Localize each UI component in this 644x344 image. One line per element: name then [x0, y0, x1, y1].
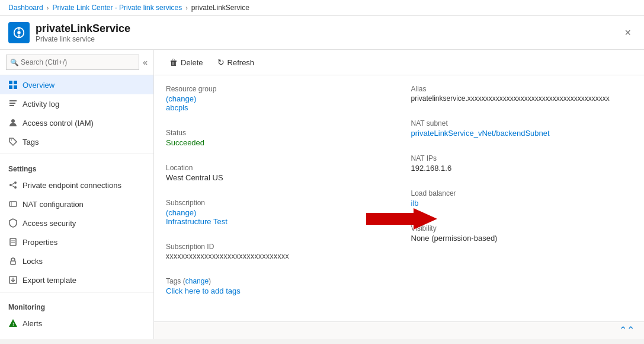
resource-group-value: (change) abcpls — [166, 94, 387, 112]
search-input[interactable] — [6, 55, 139, 70]
svg-point-11 — [11, 119, 15, 123]
collapse-sidebar-button[interactable]: « — [143, 58, 148, 67]
details-left-column: Resource group (change) abcpls Status Su… — [166, 85, 387, 312]
tags-add-link[interactable]: Click here to add tags — [166, 286, 241, 295]
breadcrumb-sep-1: › — [47, 4, 49, 11]
monitoring-divider — [0, 292, 153, 292]
metrics-icon — [8, 337, 18, 339]
svg-rect-9 — [9, 103, 15, 104]
resource-group-change-link[interactable]: (change) — [166, 94, 196, 103]
private-endpoint-icon — [8, 180, 18, 190]
load-balancer-cell: Load balancer ilb — [411, 189, 633, 216]
svg-rect-20 — [10, 238, 16, 246]
sidebar-item-nat-config[interactable]: NAT configuration — [0, 195, 153, 214]
svg-rect-23 — [11, 261, 15, 265]
sidebar-item-private-endpoint[interactable]: Private endpoint connections — [0, 176, 153, 195]
refresh-icon: ↻ — [217, 58, 225, 67]
svg-rect-6 — [9, 85, 12, 89]
settings-section-label: Settings — [0, 157, 153, 176]
sidebar-item-tags[interactable]: Tags — [0, 132, 153, 151]
alias-value: privatelinkservice.xxxxxxxxxxxxxxxxxxxxx… — [411, 94, 633, 103]
svg-rect-5 — [14, 81, 17, 84]
breadcrumb: Dashboard › Private Link Center - Privat… — [0, 0, 644, 16]
sidebar-item-overview[interactable]: Overview — [0, 75, 153, 94]
breadcrumb-sep-2: › — [185, 4, 188, 11]
svg-point-1 — [17, 31, 21, 34]
sidebar-item-access-control-label: Access control (IAM) — [23, 119, 94, 128]
nat-ips-value: 192.168.1.6 — [411, 164, 633, 173]
nat-subnet-value: privateLinkService_vNet/backendSubnet — [411, 129, 633, 138]
subscription-value: (change) Infrastructure Test — [166, 208, 387, 226]
sidebar-item-access-control[interactable]: Access control (IAM) — [0, 113, 153, 132]
svg-rect-7 — [14, 85, 17, 89]
access-control-icon — [8, 118, 18, 128]
load-balancer-link[interactable]: ilb — [411, 199, 419, 208]
location-label: Location — [166, 164, 387, 172]
visibility-value: None (permission-based) — [411, 234, 633, 243]
load-balancer-value: ilb — [411, 199, 633, 208]
subscription-id-label: Subscription ID — [166, 243, 387, 251]
search-icon: 🔍 — [10, 59, 18, 66]
sidebar-item-metrics[interactable]: Metrics — [0, 333, 153, 339]
sidebar-item-access-security[interactable]: Access security — [0, 214, 153, 232]
refresh-button[interactable]: ↻ Refresh — [212, 55, 261, 70]
collapse-row: ⌃⌃ — [154, 321, 644, 338]
details-grid: Resource group (change) abcpls Status Su… — [166, 85, 632, 312]
subscription-name-link[interactable]: Infrastructure Test — [166, 217, 228, 226]
subscription-label: Subscription — [166, 199, 387, 207]
sidebar-item-activity-log[interactable]: Activity log — [0, 94, 153, 113]
close-button[interactable]: × — [620, 24, 636, 42]
svg-rect-4 — [9, 81, 12, 84]
sidebar-item-tags-label: Tags — [23, 138, 39, 146]
sidebar-item-export-template-label: Export template — [23, 276, 76, 285]
resource-icon — [8, 22, 30, 43]
sidebar-item-nat-config-label: NAT configuration — [23, 200, 84, 209]
nat-ips-cell: NAT IPs 192.168.1.6 — [411, 154, 633, 181]
nat-subnet-cell: NAT subnet privateLinkService_vNet/backe… — [411, 119, 633, 146]
alias-cell: Alias privatelinkservice.xxxxxxxxxxxxxxx… — [411, 85, 633, 111]
alerts-icon: ! — [8, 318, 18, 328]
sidebar-item-access-security-label: Access security — [23, 219, 76, 228]
delete-label: Delete — [181, 58, 203, 67]
svg-point-13 — [9, 184, 12, 186]
subscription-id-value: xxxxxxxxxxxxxxxxxxxxxxxxxxxxxxxx — [166, 252, 387, 260]
collapse-button[interactable]: ⌃⌃ — [619, 324, 635, 336]
resource-title: privateLinkService Private link service — [36, 23, 130, 43]
status-cell: Status Succeeded — [166, 129, 387, 155]
svg-rect-10 — [9, 105, 14, 106]
tags-change-link[interactable]: change — [185, 277, 209, 285]
nat-subnet-label: NAT subnet — [411, 119, 633, 128]
status-value: Succeeded — [166, 138, 387, 147]
visibility-cell: Visibility None (permission-based) — [411, 224, 633, 251]
sidebar-item-alerts[interactable]: ! Alerts — [0, 314, 153, 333]
resource-name: privateLinkService — [36, 23, 130, 35]
nat-config-icon — [8, 199, 18, 209]
sidebar: 🔍 « Overview Activity log Access control… — [0, 50, 154, 339]
details-right-column: Alias privatelinkservice.xxxxxxxxxxxxxxx… — [411, 85, 633, 312]
delete-button[interactable]: 🗑 Delete — [164, 55, 209, 70]
refresh-label: Refresh — [228, 58, 255, 67]
resource-type: Private link service — [36, 35, 130, 43]
monitoring-section-label: Monitoring — [0, 295, 153, 314]
export-template-icon — [8, 275, 18, 285]
svg-point-14 — [14, 181, 17, 184]
content-area: 🗑 Delete ↻ Refresh Resource group (chang… — [154, 50, 644, 339]
breadcrumb-private-link[interactable]: Private Link Center - Private link servi… — [52, 4, 182, 12]
sidebar-item-export-template[interactable]: Export template — [0, 270, 153, 289]
sidebar-item-properties[interactable]: Properties — [0, 232, 153, 251]
locks-icon — [8, 256, 18, 266]
svg-point-15 — [14, 186, 17, 189]
sidebar-item-alerts-label: Alerts — [23, 319, 42, 328]
subscription-id-cell: Subscription ID xxxxxxxxxxxxxxxxxxxxxxxx… — [166, 243, 387, 269]
toolbar: 🗑 Delete ↻ Refresh — [154, 50, 644, 75]
subscription-change-link[interactable]: (change) — [166, 208, 196, 217]
sidebar-item-locks[interactable]: Locks — [0, 251, 153, 270]
sidebar-item-metrics-label: Metrics — [23, 338, 47, 340]
svg-line-16 — [12, 183, 14, 184]
access-security-icon — [8, 218, 18, 228]
sidebar-item-properties-label: Properties — [23, 238, 57, 247]
subscription-cell: Subscription (change) Infrastructure Tes… — [166, 199, 387, 234]
sidebar-item-activity-log-label: Activity log — [23, 100, 59, 109]
nat-subnet-link[interactable]: privateLinkService_vNet/backendSubnet — [411, 129, 550, 138]
breadcrumb-dashboard[interactable]: Dashboard — [8, 4, 43, 12]
